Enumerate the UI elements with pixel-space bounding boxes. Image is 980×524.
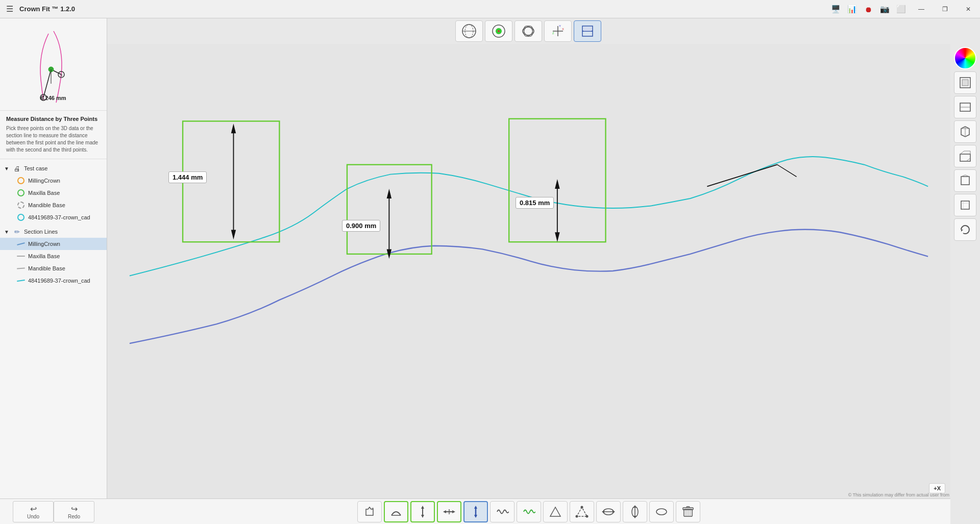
close-button[interactable]: ✕ xyxy=(957,0,980,18)
svg-point-16 xyxy=(522,24,535,38)
viewport[interactable]: 1.444 mm 0.900 mm 0.815 mm +X xyxy=(107,44,950,498)
btool-hexpand[interactable] xyxy=(596,501,621,522)
header-record-icon[interactable]: ⏺ xyxy=(861,2,876,17)
tree-item-sl-crown-cad[interactable]: 48419689-37-crown_cad xyxy=(0,275,107,287)
axis-label: +X xyxy=(934,485,941,491)
measure-title: Measure Distance by Three Points xyxy=(6,116,101,122)
axis-indicator: +X xyxy=(929,483,945,493)
tool-section[interactable] xyxy=(574,20,601,42)
measurement-label-2: 0.900 mm xyxy=(342,220,380,232)
svg-point-64 xyxy=(586,515,589,517)
thumbnail-svg: 1 3 xyxy=(13,23,94,105)
expand-icon: ▼ xyxy=(4,166,12,171)
tool-color[interactable] xyxy=(485,20,512,42)
expand-icon-section: ▼ xyxy=(4,229,12,235)
maxillabase-icon xyxy=(16,188,26,197)
thumbnail-canvas: 1 3 6.246 mm xyxy=(13,23,94,105)
tree-item-sl-maxillabase[interactable]: Maxilla Base xyxy=(0,250,107,262)
test-case-label: Test case xyxy=(24,165,47,171)
undo-redo: ↩ Undo ↪ Redo xyxy=(0,498,107,524)
btool-harrows[interactable] xyxy=(437,501,461,522)
svg-text:+: + xyxy=(372,506,374,511)
svg-marker-46 xyxy=(555,179,559,189)
svg-line-35 xyxy=(777,165,797,177)
svg-marker-59 xyxy=(474,515,477,518)
svg-marker-61 xyxy=(577,507,587,516)
svg-marker-51 xyxy=(421,506,424,509)
svg-rect-26 xyxy=(962,80,968,86)
btool-section-outline[interactable] xyxy=(384,501,408,522)
btool-wave1[interactable] xyxy=(490,501,514,522)
tool-mesh[interactable] xyxy=(514,20,542,42)
tree-item-mandiblebase[interactable]: Mandible Base xyxy=(0,199,107,211)
viewport-svg xyxy=(107,44,950,498)
app-title: Crown Fit ™ 1.2.0 xyxy=(19,5,75,13)
btool-delete[interactable] xyxy=(676,501,700,522)
tree-panel: ▼ 🖨 Test case MillingCrown Maxilla Base … xyxy=(0,159,107,290)
svg-marker-47 xyxy=(555,232,559,242)
btool-add[interactable]: + xyxy=(357,501,382,522)
tree-item-maxillabase[interactable]: Maxilla Base xyxy=(0,187,107,199)
rtool-front[interactable] xyxy=(954,71,976,94)
tree-item-millingcrown[interactable]: MillingCrown xyxy=(0,174,107,187)
svg-point-63 xyxy=(576,515,578,517)
svg-marker-55 xyxy=(452,510,455,513)
rtool-box1[interactable] xyxy=(954,145,976,167)
minimize-button[interactable]: — xyxy=(910,0,933,18)
header-monitor-icon[interactable]: 🖥️ xyxy=(828,2,843,17)
titlebar: ☰ Crown Fit ™ 1.2.0 🖥️ 📊 ⏺ 📷 ⬜ — ❐ ✕ xyxy=(0,0,980,18)
maximize-button[interactable]: ❐ xyxy=(933,0,957,18)
btool-vline[interactable] xyxy=(410,501,435,522)
sl-crown-cad-icon xyxy=(16,276,26,285)
tree-item-crown-cad[interactable]: 48419689-37-crown_cad xyxy=(0,211,107,223)
svg-line-34 xyxy=(707,165,777,187)
btool-vmeasure[interactable] xyxy=(463,501,488,522)
btool-oval[interactable] xyxy=(649,501,674,522)
mandiblebase-icon xyxy=(16,201,26,210)
header-screen-icon[interactable]: ⬜ xyxy=(893,2,909,17)
tree-item-sl-mandiblebase[interactable]: Mandible Base xyxy=(0,262,107,275)
btool-triangle1[interactable] xyxy=(543,501,568,522)
svg-rect-24 xyxy=(583,27,592,31)
svg-text:Y: Y xyxy=(559,24,561,28)
tree-group-test-case[interactable]: ▼ 🖨 Test case xyxy=(0,162,107,174)
svg-rect-31 xyxy=(960,154,970,161)
color-wheel[interactable] xyxy=(954,47,976,69)
svg-marker-40 xyxy=(231,123,236,133)
rtool-3d[interactable] xyxy=(954,120,976,143)
measure-info: Measure Distance by Three Points Pick th… xyxy=(0,111,107,159)
thumbnail-distance: 6.246 mm xyxy=(40,95,66,101)
crown-cad-icon xyxy=(16,213,26,222)
svg-line-0 xyxy=(43,69,51,97)
rtool-side[interactable] xyxy=(954,96,976,118)
undo-button[interactable]: ↩ Undo xyxy=(13,501,54,522)
tree-item-sl-millingcrown[interactable]: MillingCrown xyxy=(0,238,107,250)
section-lines-label: Section Lines xyxy=(24,229,58,235)
tool-3d-view[interactable] xyxy=(455,20,483,42)
header-camera-icon[interactable]: 📷 xyxy=(877,2,892,17)
header-chart-icon[interactable]: 📊 xyxy=(844,2,860,17)
rtool-box2[interactable] xyxy=(954,169,976,192)
left-panel: 1 3 6.246 mm Measure Distance by Three P… xyxy=(0,18,107,524)
measure-description: Pick three points on the 3D data or the … xyxy=(6,125,101,154)
svg-marker-33 xyxy=(961,230,963,232)
svg-point-62 xyxy=(581,506,583,508)
tool-axes[interactable]: XYZ xyxy=(544,20,572,42)
btool-vexpand[interactable] xyxy=(623,501,647,522)
tree-group-section-lines[interactable]: ▼ ✏ Section Lines xyxy=(0,226,107,238)
millingcrown-icon xyxy=(16,176,26,185)
redo-label: Redo xyxy=(68,514,80,519)
rtool-reset[interactable] xyxy=(954,218,976,241)
sl-millingcrown-icon xyxy=(16,239,26,248)
rtool-box3[interactable] xyxy=(954,194,976,216)
section-lines-icon: ✏ xyxy=(12,227,21,236)
svg-marker-68 xyxy=(612,510,615,513)
btool-triangle2[interactable] xyxy=(570,501,594,522)
redo-button[interactable]: ↪ Redo xyxy=(54,501,94,522)
btool-wave2[interactable] xyxy=(517,501,541,522)
undo-arrow-icon: ↩ xyxy=(30,504,37,514)
menu-icon[interactable]: ☰ xyxy=(0,4,19,14)
svg-marker-71 xyxy=(633,505,636,508)
svg-marker-67 xyxy=(602,510,604,513)
measurement-label-3: 0.815 mm xyxy=(516,197,554,209)
